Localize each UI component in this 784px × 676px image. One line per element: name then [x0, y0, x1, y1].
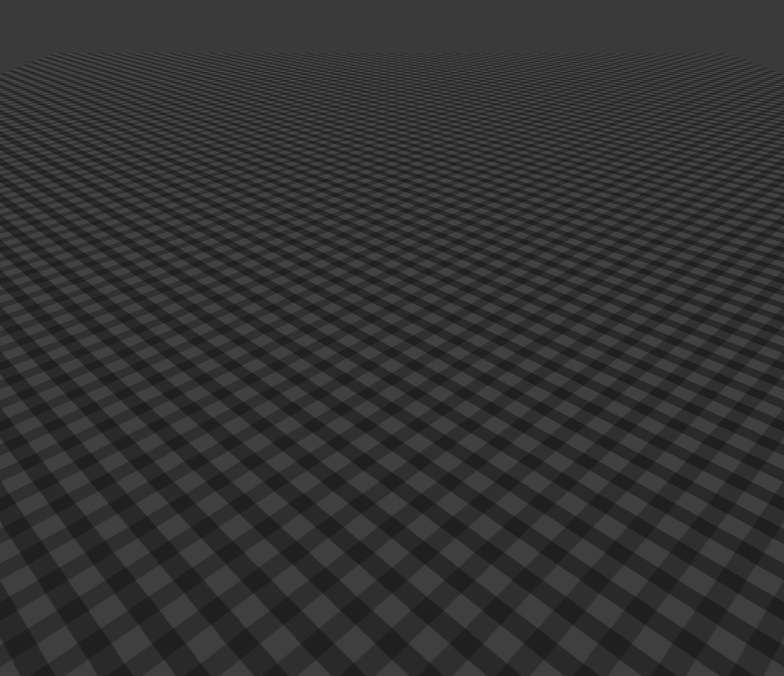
footer-link-pricing[interactable]: Pricing	[376, 239, 386, 243]
link-preview-expander[interactable]: Link Preview	[331, 171, 453, 180]
sign-in-link[interactable]: Sign In	[462, 99, 473, 103]
footer-link-api[interactable]: API	[402, 239, 408, 243]
nav-separator: |	[459, 99, 460, 103]
key-icon: 🔑	[333, 196, 339, 201]
create-secret-link-button[interactable]: Create a secret link*	[342, 194, 453, 204]
banner-cta-label: With Custom Domains	[415, 137, 445, 140]
footnote: * A secret link only works once and then…	[331, 207, 453, 212]
banner-left: INCREASE TRUST & SHARE WITH CONFIDENCE	[334, 136, 408, 141]
chevron-right-icon	[445, 137, 448, 140]
generate-key-button[interactable]: 🔑	[331, 194, 341, 204]
app-window: S Create Account | About | Sign In Paste…	[279, 88, 505, 588]
page-subtitle: Keep sensitive info out of your email an…	[304, 123, 480, 127]
footer-link-privacy[interactable]: Privacy	[362, 246, 372, 250]
hero: Paste a password, secret message or priv…	[304, 113, 480, 127]
top-nav: Create Account | About | Sign In	[418, 99, 473, 103]
footer-link-security[interactable]: Security	[387, 246, 399, 250]
custom-domains-button[interactable]: With Custom Domains	[412, 136, 450, 142]
chevron-down-icon	[446, 174, 449, 177]
shield-check-icon	[334, 136, 339, 141]
background-pattern	[0, 0, 784, 53]
version-label: v0.17.1 (fad4430e)	[287, 255, 497, 260]
create-account-link[interactable]: Create Account	[418, 99, 442, 103]
footer-link-docs[interactable]: Docs	[411, 239, 418, 243]
main-column: INCREASE TRUST & SHARE WITH CONFIDENCE W…	[331, 133, 453, 212]
chevron-down-icon	[495, 578, 498, 583]
language-select[interactable]	[485, 576, 501, 584]
send-feedback-button[interactable]: Send Feedback	[424, 224, 453, 232]
feedback-input[interactable]	[331, 224, 424, 232]
content-area: S Create Account | About | Sign In Paste…	[279, 89, 505, 588]
footer-link-about[interactable]: About	[414, 246, 422, 250]
footer-link-github[interactable]: GitHub	[389, 239, 400, 243]
logo-letter: S	[352, 97, 356, 105]
header: S Create Account | About | Sign In	[311, 95, 473, 107]
action-row: 🔑 Create a secret link*	[331, 194, 453, 204]
footer-row-1: Blog| Pricing| GitHub| API| Docs	[287, 237, 497, 245]
privacy-options-expander[interactable]: Privacy Options	[331, 182, 453, 192]
secret-input[interactable]	[331, 148, 453, 167]
footer-row-2: Privacy| Terms| Security| Status| About	[287, 245, 497, 252]
translate-icon	[488, 578, 492, 583]
promo-banner: INCREASE TRUST & SHARE WITH CONFIDENCE W…	[331, 133, 453, 144]
logo[interactable]: S	[348, 95, 360, 107]
theme-toggle-button[interactable]	[283, 577, 289, 583]
moon-icon	[284, 578, 289, 583]
chevron-down-icon	[446, 186, 449, 188]
bottom-bar	[283, 576, 501, 584]
footer-link-status[interactable]: Status	[402, 246, 411, 250]
about-link[interactable]: About	[448, 99, 456, 103]
feedback-row: Send Feedback	[331, 224, 453, 232]
footer-link-blog[interactable]: Blog	[366, 239, 372, 243]
footer-links: Blog| Pricing| GitHub| API| Docs Privacy…	[287, 237, 497, 252]
footer-link-terms[interactable]: Terms	[375, 246, 384, 250]
nav-separator: |	[445, 99, 445, 103]
link-preview-label: Link Preview	[335, 173, 354, 178]
banner-text: INCREASE TRUST & SHARE WITH CONFIDENCE	[341, 137, 408, 140]
privacy-options-label: Privacy Options	[335, 185, 358, 189]
page-title: Paste a password, secret message or priv…	[304, 113, 480, 120]
